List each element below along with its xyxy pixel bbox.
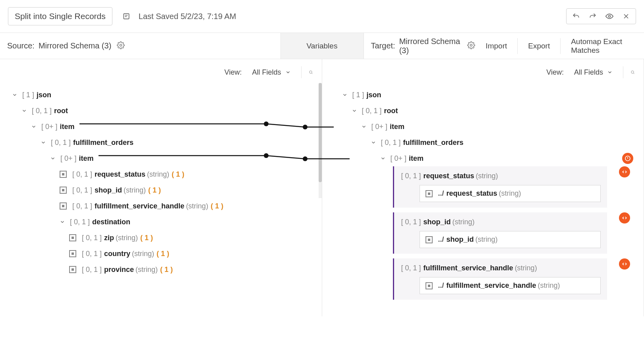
tree-node-item[interactable]: [ 0+ ] item [12, 150, 313, 166]
chevron-down-icon[interactable] [342, 91, 349, 98]
header-actions [566, 8, 636, 24]
view-dropdown[interactable]: All Fields [571, 67, 616, 78]
schema-bar: Source: Mirrored Schema (3) Variables Ta… [0, 33, 644, 59]
target-section: Target: Mirrored Schema (3) Import Expor… [364, 33, 644, 59]
svg-point-4 [309, 71, 311, 73]
field-icon [425, 282, 433, 289]
chevron-down-icon[interactable] [12, 91, 19, 98]
tree-leaf-zip[interactable]: [ 0, 1 ] zip (string) ( 1 ) [12, 230, 313, 246]
tree-leaf-fulfillment-service-handle[interactable]: [ 0, 1 ] fulfillment_service_handle (str… [12, 198, 313, 214]
chevron-down-icon[interactable] [352, 107, 359, 114]
view-value: All Fields [252, 68, 281, 77]
search-icon[interactable] [623, 66, 635, 78]
export-button[interactable]: Export [517, 38, 560, 54]
target-panel: View: All Fields [ 1 ] json [ 0, 1 ] roo… [322, 59, 644, 316]
script-badge-icon[interactable] [619, 166, 630, 177]
mapping-panels: View: All Fields [ 1 ] json [ 0, 1 ] roo… [0, 59, 644, 316]
chevron-down-icon[interactable] [31, 123, 38, 130]
field-icon [60, 202, 67, 210]
tree-node-root[interactable]: [ 0, 1 ] root [12, 103, 313, 119]
chevron-down-icon [285, 69, 291, 75]
source-label: Source: [7, 41, 35, 50]
notes-icon[interactable] [121, 11, 132, 21]
automap-button[interactable]: Automap Exact Matches [560, 38, 637, 54]
chevron-down-icon [607, 69, 613, 75]
target-label: Target: [371, 41, 395, 50]
chevron-down-icon[interactable] [60, 218, 67, 225]
view-value: All Fields [574, 68, 603, 77]
undo-button[interactable] [569, 10, 583, 22]
tree-node-root[interactable]: [ 0, 1 ] root [342, 103, 635, 119]
svg-point-1 [609, 15, 611, 17]
tree-node-item[interactable]: [ 0+ ] item [342, 150, 635, 166]
field-icon [425, 190, 433, 197]
view-label: View: [224, 68, 242, 77]
target-tree: [ 1 ] json [ 0, 1 ] root [ 0+ ] item [ 0… [322, 85, 644, 316]
mapping-fulfillment-service-handle[interactable]: [ 0, 1 ] fulfillment_service_handle (str… [393, 258, 607, 300]
condition-badge-icon[interactable] [622, 153, 633, 164]
redo-button[interactable] [586, 10, 600, 22]
import-button[interactable]: Import [475, 38, 517, 54]
source-panel: View: All Fields [ 1 ] json [ 0, 1 ] roo… [0, 59, 322, 316]
chevron-down-icon[interactable] [380, 155, 387, 162]
tree-node-json[interactable]: [ 1 ] json [12, 87, 313, 103]
view-label: View: [546, 68, 564, 77]
preview-button[interactable] [602, 10, 617, 22]
field-icon [69, 250, 76, 257]
script-badge-icon[interactable] [619, 212, 630, 223]
chevron-down-icon[interactable] [21, 107, 29, 114]
tree-leaf-province[interactable]: [ 0, 1 ] province (string) ( 1 ) [12, 262, 313, 277]
field-icon [69, 234, 76, 241]
field-icon [425, 236, 433, 243]
source-section: Source: Mirrored Schema (3) [0, 33, 280, 59]
source-tree: [ 1 ] json [ 0, 1 ] root [ 0+ ] item [ 0… [0, 85, 322, 289]
source-schema-name[interactable]: Mirrored Schema (3) [39, 41, 111, 50]
tree-node-fulfillment-orders[interactable]: [ 0, 1 ] fulfillment_orders [342, 135, 635, 150]
close-button[interactable] [619, 10, 633, 22]
svg-point-5 [631, 71, 634, 73]
chevron-down-icon[interactable] [41, 139, 48, 146]
target-viewbar: View: All Fields [322, 59, 644, 85]
search-icon[interactable] [301, 66, 313, 78]
gear-icon[interactable] [117, 41, 125, 50]
mapping-request-status[interactable]: [ 0, 1 ] request_status (string) ../ req… [393, 166, 607, 208]
header-bar: Split into Single Records Last Saved 5/2… [0, 0, 644, 33]
view-dropdown[interactable]: All Fields [249, 67, 294, 78]
mapping-source-ref[interactable]: ../ request_status (string) [420, 185, 601, 202]
page-title-input[interactable]: Split into Single Records [8, 7, 112, 25]
tree-leaf-shop-id[interactable]: [ 0, 1 ] shop_id (string) ( 1 ) [12, 182, 313, 198]
chevron-down-icon[interactable] [371, 139, 378, 146]
tree-node-json[interactable]: [ 1 ] json [342, 87, 635, 103]
tree-leaf-request-status[interactable]: [ 0, 1 ] request_status (string) ( 1 ) [12, 166, 313, 182]
field-icon [60, 171, 67, 178]
gear-icon[interactable] [467, 41, 475, 50]
tree-node-item[interactable]: [ 0+ ] item [12, 119, 313, 135]
svg-point-3 [470, 44, 472, 46]
mapping-shop-id[interactable]: [ 0, 1 ] shop_id (string) ../ shop_id (s… [393, 212, 607, 254]
script-badge-icon[interactable] [619, 258, 630, 270]
field-icon [69, 266, 76, 273]
tree-node-fulfillment-orders[interactable]: [ 0, 1 ] fulfillment_orders [12, 135, 313, 150]
target-schema-name[interactable]: Mirrored Schema (3) [399, 37, 462, 55]
chevron-down-icon[interactable] [50, 155, 57, 162]
tree-node-destination[interactable]: [ 0, 1 ] destination [12, 214, 313, 230]
field-icon [60, 187, 67, 194]
tab-variables[interactable]: Variables [280, 33, 364, 59]
last-saved-text: Last Saved 5/2/23, 7:19 AM [139, 12, 236, 21]
svg-point-2 [120, 44, 122, 46]
source-viewbar: View: All Fields [0, 59, 322, 85]
tree-node-item[interactable]: [ 0+ ] item [342, 119, 635, 135]
chevron-down-icon[interactable] [361, 123, 368, 130]
tree-leaf-country[interactable]: [ 0, 1 ] country (string) ( 1 ) [12, 246, 313, 262]
mapping-source-ref[interactable]: ../ shop_id (string) [420, 231, 601, 248]
mapping-source-ref[interactable]: ../ fulfillment_service_handle (string) [420, 277, 601, 294]
